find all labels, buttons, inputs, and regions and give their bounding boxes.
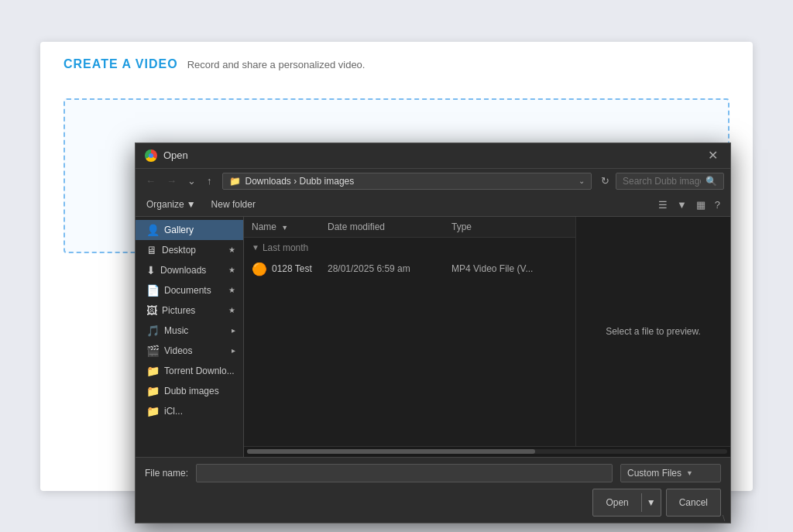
organize-dropdown-icon: ▼: [187, 199, 196, 210]
file-group-last-month[interactable]: ▼ Last month: [244, 238, 575, 258]
dialog-sidebar: 👤 Gallery 🖥 Desktop ★ ⬇ Downloads ★: [136, 217, 244, 457]
documents-icon: 📄: [146, 284, 160, 297]
sidebar-item-documents[interactable]: 📄 Documents ★: [136, 280, 243, 300]
dialog-bottom: File name: Custom Files ▼ Open ▼ Cancel: [136, 457, 730, 523]
downloads-pin-icon: ★: [228, 266, 235, 274]
search-input[interactable]: [623, 176, 701, 187]
open-button[interactable]: Open ▼: [592, 489, 661, 517]
address-bar[interactable]: 📁 Downloads › Dubb images ⌄: [222, 173, 592, 190]
dialog-title: Open: [163, 149, 188, 161]
view-buttons: ☰ ▼ ▦ ?: [654, 197, 724, 213]
search-box[interactable]: 🔍: [616, 173, 724, 190]
file-type: MP4 Video File (V...: [451, 263, 568, 274]
page-subtitle: Record and share a personalized video.: [187, 59, 366, 70]
page-title: CREATE A VIDEO: [64, 57, 178, 71]
resize-handle[interactable]: ∖: [721, 513, 730, 523]
sidebar-item-dubb[interactable]: 📁 Dubb images: [136, 381, 243, 401]
filetype-dropdown-icon: ▼: [686, 469, 693, 477]
sidebar-item-icloud-label: iCl...: [164, 406, 183, 417]
sidebar-item-downloads-label: Downloads: [160, 265, 206, 276]
sidebar-item-videos[interactable]: 🎬 Videos ▸: [136, 341, 243, 361]
sidebar-item-music-label: Music: [164, 325, 188, 336]
refresh-button[interactable]: ↻: [598, 173, 613, 188]
up-button[interactable]: ↑: [203, 173, 216, 189]
sidebar-item-gallery[interactable]: 👤 Gallery: [136, 220, 243, 240]
cancel-button[interactable]: Cancel: [666, 489, 721, 517]
forward-button[interactable]: →: [163, 173, 180, 189]
desktop-icon: 🖥: [146, 244, 157, 256]
organize-toolbar: Organize ▼ New folder ☰ ▼ ▦ ?: [136, 194, 730, 217]
organize-label: Organize: [146, 199, 184, 210]
upload-area[interactable]: Open ✕ ← → ⌄ ↑ 📁 Downloads › Dubb images…: [64, 98, 729, 253]
dropdown-button[interactable]: ⌄: [184, 173, 200, 189]
pictures-icon: 🖼: [146, 304, 157, 317]
new-folder-button[interactable]: New folder: [207, 197, 260, 211]
pin-icon: ★: [228, 245, 235, 254]
col-type-header[interactable]: Type: [451, 221, 568, 232]
col-type-label: Type: [451, 221, 472, 232]
address-path: Downloads › Dubb images: [245, 176, 575, 187]
col-name-header[interactable]: Name ▼: [252, 221, 328, 232]
scrollbar-track[interactable]: [247, 449, 727, 454]
sidebar-item-gallery-label: Gallery: [164, 225, 194, 235]
sidebar-item-dubb-label: Dubb images: [164, 386, 219, 396]
dialog-actions: Open ▼ Cancel: [145, 489, 721, 517]
sidebar-item-pictures-label: Pictures: [162, 305, 195, 316]
sidebar-item-documents-label: Documents: [164, 285, 211, 296]
col-date-header[interactable]: Date modified: [328, 221, 451, 232]
filename-row: File name: Custom Files ▼: [145, 464, 721, 482]
music-pin-icon: ▸: [232, 326, 235, 335]
open-button-label: Open: [593, 493, 640, 512]
content-preview-row: Name ▼ Date modified Type: [244, 217, 730, 446]
file-date: 28/01/2025 6:59 am: [328, 263, 451, 274]
sort-icon: ▼: [281, 224, 288, 232]
file-name: 0128 Test: [272, 263, 328, 274]
dubb-icon: 📁: [146, 385, 160, 397]
col-date-label: Date modified: [328, 221, 385, 232]
file-list: Name ▼ Date modified Type: [244, 217, 575, 446]
file-type-icon: 🟠: [252, 262, 267, 276]
view-dropdown-button[interactable]: ▼: [673, 197, 691, 213]
col-name-label: Name: [252, 221, 276, 232]
dialog-titlebar: Open ✕: [136, 143, 730, 169]
videos-icon: 🎬: [146, 345, 160, 357]
list-view-button[interactable]: ☰: [654, 197, 671, 213]
new-folder-label: New folder: [211, 199, 256, 210]
chrome-icon: [145, 149, 157, 162]
horizontal-scrollbar[interactable]: [244, 446, 730, 457]
table-row[interactable]: 🟠 0128 Test 28/01/2025 6:59 am MP4 Video…: [244, 258, 575, 280]
filename-label: File name:: [145, 468, 188, 479]
sidebar-item-torrent-label: Torrent Downlo...: [164, 366, 235, 376]
preview-text: Select a file to preview.: [606, 326, 701, 337]
back-button[interactable]: ←: [142, 173, 160, 189]
expand-icon: ▼: [252, 243, 259, 252]
sidebar-item-desktop[interactable]: 🖥 Desktop ★: [136, 240, 243, 260]
scrollbar-thumb[interactable]: [247, 449, 535, 454]
sidebar-item-music[interactable]: 🎵 Music ▸: [136, 321, 243, 341]
filename-input[interactable]: [196, 464, 613, 482]
address-toolbar: ← → ⌄ ↑ 📁 Downloads › Dubb images ⌄ ↻ 🔍: [136, 169, 730, 194]
preview-panel: Select a file to preview.: [575, 217, 730, 446]
sidebar-item-downloads[interactable]: ⬇ Downloads ★: [136, 260, 243, 280]
sidebar-item-torrent[interactable]: 📁 Torrent Downlo...: [136, 361, 243, 381]
open-button-arrow[interactable]: ▼: [641, 493, 661, 512]
address-folder-icon: 📁: [229, 176, 241, 187]
pictures-pin-icon: ★: [228, 306, 235, 314]
organize-button[interactable]: Organize ▼: [142, 197, 201, 211]
sidebar-item-desktop-label: Desktop: [162, 245, 196, 256]
sidebar-item-videos-label: Videos: [164, 345, 192, 356]
sidebar-item-pictures[interactable]: 🖼 Pictures ★: [136, 300, 243, 321]
dialog-main: 👤 Gallery 🖥 Desktop ★ ⬇ Downloads ★: [136, 217, 730, 457]
documents-pin-icon: ★: [228, 286, 235, 294]
torrent-icon: 📁: [146, 365, 160, 377]
help-button[interactable]: ?: [711, 197, 724, 213]
address-dropdown-icon: ⌄: [578, 177, 585, 185]
pane-toggle-button[interactable]: ▦: [692, 197, 709, 213]
filetype-dropdown[interactable]: Custom Files ▼: [620, 464, 721, 482]
sidebar-item-icloud[interactable]: 📁 iCl...: [136, 401, 243, 421]
page-header: CREATE A VIDEO Record and share a person…: [64, 57, 729, 86]
gallery-icon: 👤: [146, 224, 160, 236]
dialog-close-button[interactable]: ✕: [705, 149, 721, 162]
group-label: Last month: [263, 242, 308, 253]
filetype-label: Custom Files: [627, 468, 681, 479]
